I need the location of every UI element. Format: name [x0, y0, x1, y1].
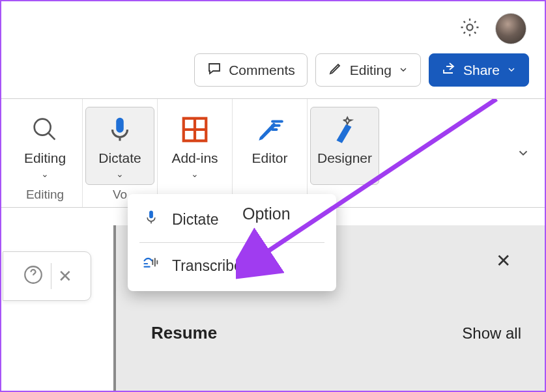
svg-point-0 [467, 24, 472, 30]
dropdown-item-transcribe[interactable]: Transcribe [128, 245, 336, 286]
dropdown-dictate-label: Dictate [172, 211, 219, 229]
dropdown-transcribe-label: Transcribe [172, 257, 242, 275]
editor-ribbon-button[interactable]: Editor [235, 107, 304, 185]
group-label-voice: Vo [113, 188, 127, 202]
chevron-down-icon [506, 63, 517, 78]
chevron-down-icon [398, 63, 409, 78]
group-label-editing: Editing [26, 188, 64, 202]
designer-ribbon-label: Designer [317, 150, 372, 166]
chevron-down-icon: ⌄ [41, 169, 49, 179]
avatar[interactable] [495, 13, 526, 44]
transcribe-icon [142, 255, 160, 277]
addins-icon [177, 111, 213, 148]
designer-icon [326, 111, 363, 148]
comments-button[interactable]: Comments [194, 53, 308, 87]
svg-point-1 [35, 119, 51, 135]
option-hint: Option [242, 204, 291, 223]
comments-label: Comments [229, 63, 295, 78]
divider [139, 242, 324, 243]
help-float: ✕ [3, 251, 91, 301]
share-label: Share [463, 63, 500, 78]
settings-icon[interactable] [459, 16, 481, 41]
dictate-dropdown: Dictate Transcribe [128, 194, 336, 291]
close-icon[interactable]: ✕ [496, 250, 511, 272]
addins-ribbon-button[interactable]: Add-ins ⌄ [160, 107, 229, 185]
comment-icon [207, 61, 222, 79]
editing-ribbon-label: Editing [24, 150, 66, 166]
ribbon-collapse-button[interactable] [516, 99, 538, 207]
chevron-down-icon: ⌄ [116, 169, 124, 179]
editing-mode-button[interactable]: Editing [315, 53, 421, 87]
dropdown-item-dictate[interactable]: Dictate [128, 199, 336, 240]
magnifier-icon [27, 111, 63, 148]
editor-ribbon-label: Editor [252, 150, 288, 166]
microphone-icon [142, 208, 160, 231]
close-icon[interactable]: ✕ [58, 266, 72, 287]
show-all-link[interactable]: Show all [462, 324, 521, 343]
dictate-ribbon-label: Dictate [98, 150, 141, 166]
svg-rect-4 [149, 211, 153, 219]
editing-ribbon-button[interactable]: Editing ⌄ [10, 107, 79, 185]
share-icon [441, 61, 457, 79]
share-button[interactable]: Share [429, 53, 529, 87]
addins-ribbon-label: Add-ins [171, 150, 218, 166]
ribbon: Editing ⌄ Editing Dictate ⌄ Vo Add-ins [1, 98, 545, 208]
help-icon[interactable] [22, 264, 44, 288]
chevron-down-icon: ⌄ [191, 169, 199, 179]
svg-rect-2 [116, 118, 124, 133]
editing-mode-label: Editing [350, 63, 392, 78]
dictate-ribbon-button[interactable]: Dictate ⌄ [85, 107, 154, 185]
designer-ribbon-button[interactable]: Designer [310, 107, 379, 185]
divider [51, 263, 51, 289]
pencil-icon [328, 61, 343, 79]
editor-icon [251, 111, 288, 148]
microphone-icon [102, 111, 138, 148]
panel-title: Resume [151, 323, 217, 343]
